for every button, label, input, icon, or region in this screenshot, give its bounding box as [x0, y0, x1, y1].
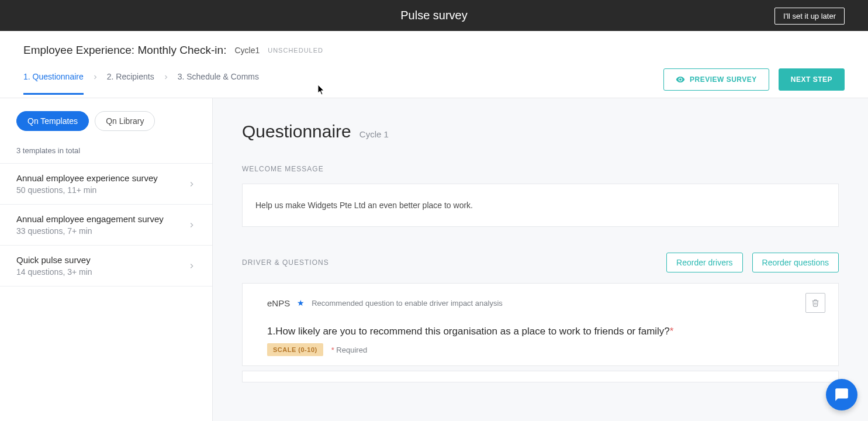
scale-badge: SCALE (0-10)	[267, 343, 323, 356]
welcome-label: WELCOME MESSAGE	[242, 165, 839, 173]
driver-name: eNPS	[267, 298, 290, 308]
cycle-indicator: Cycle 1	[359, 129, 389, 139]
tab-qn-library[interactable]: Qn Library	[95, 111, 155, 131]
chevron-right-icon	[162, 74, 170, 92]
question-card-head: eNPS ★ Recommended question to enable dr…	[267, 293, 825, 313]
main-panel: Questionnaire Cycle 1 WELCOME MESSAGE He…	[213, 98, 868, 421]
step-questionnaire[interactable]: 1. Questionnaire	[23, 72, 84, 95]
chevron-right-icon	[188, 221, 196, 229]
question-card-collapsed[interactable]	[242, 371, 839, 382]
star-icon: ★	[297, 298, 305, 308]
eye-icon	[676, 75, 685, 84]
action-buttons: PREVIEW SURVEY NEXT STEP	[663, 68, 845, 98]
subheader: Employee Experience: Monthly Check-in: C…	[0, 31, 868, 98]
template-meta: 14 questions, 3+ min	[16, 267, 92, 277]
template-meta: 50 questions, 11+ min	[16, 185, 158, 195]
template-item[interactable]: Annual employee experience survey 50 que…	[0, 163, 212, 204]
driver-questions-header: DRIVER & QUESTIONS Reorder drivers Reord…	[242, 253, 839, 272]
setup-later-button[interactable]: I'll set it up later	[774, 8, 845, 25]
dq-buttons: Reorder drivers Reorder questions	[666, 253, 839, 272]
template-meta: 33 questions, 7+ min	[16, 226, 164, 236]
template-item[interactable]: Quick pulse survey 14 questions, 3+ min	[0, 245, 212, 287]
content-wrap: Qn Templates Qn Library 3 templates in t…	[0, 98, 868, 421]
driver-row: eNPS ★ Recommended question to enable dr…	[267, 298, 503, 308]
survey-title: Employee Experience: Monthly Check-in:	[23, 44, 226, 57]
dq-label: DRIVER & QUESTIONS	[242, 258, 329, 267]
chevron-right-icon	[92, 74, 99, 92]
survey-title-row: Employee Experience: Monthly Check-in: C…	[23, 44, 845, 57]
chat-icon	[834, 387, 849, 402]
cycle-label: Cycle1	[234, 46, 260, 55]
delete-question-button[interactable]	[805, 293, 825, 313]
sidebar-tabs: Qn Templates Qn Library	[0, 98, 212, 142]
chevron-right-icon	[188, 262, 196, 270]
welcome-message-box[interactable]: Help us make Widgets Pte Ltd an even bet…	[242, 184, 839, 227]
chat-fab[interactable]	[826, 379, 857, 410]
sidebar: Qn Templates Qn Library 3 templates in t…	[0, 98, 213, 421]
page-title: Questionnaire	[242, 122, 351, 142]
question-body: 1.How likely are you to recommend this o…	[267, 326, 670, 337]
template-name: Quick pulse survey	[16, 255, 92, 265]
template-name: Annual employee experience survey	[16, 173, 158, 183]
question-card[interactable]: eNPS ★ Recommended question to enable dr…	[242, 283, 839, 366]
main-title-row: Questionnaire Cycle 1	[242, 122, 839, 142]
step-recipients[interactable]: 2. Recipients	[107, 72, 154, 95]
templates-count: 3 templates in total	[0, 142, 212, 163]
step-schedule-comms[interactable]: 3. Schedule & Comms	[178, 72, 259, 95]
preview-survey-button[interactable]: PREVIEW SURVEY	[663, 68, 769, 91]
wizard-steps: 1. Questionnaire 2. Recipients 3. Schedu…	[23, 72, 259, 95]
reorder-questions-button[interactable]: Reorder questions	[752, 253, 839, 272]
next-step-label: NEXT STEP	[791, 75, 832, 84]
status-badge: UNSCHEDULED	[268, 47, 323, 54]
tab-qn-templates[interactable]: Qn Templates	[16, 111, 89, 131]
preview-survey-label: PREVIEW SURVEY	[690, 75, 757, 84]
steps-row: 1. Questionnaire 2. Recipients 3. Schedu…	[23, 68, 845, 98]
template-item[interactable]: Annual employee engagement survey 33 que…	[0, 204, 212, 245]
app-title: Pulse survey	[400, 9, 468, 22]
reorder-drivers-button[interactable]: Reorder drivers	[666, 253, 742, 272]
trash-icon	[811, 299, 819, 307]
topbar: Pulse survey I'll set it up later	[0, 0, 868, 31]
recommended-text: Recommended question to enable driver im…	[312, 299, 503, 308]
required-asterisk: *	[670, 326, 674, 337]
required-label: * Required	[331, 346, 367, 354]
question-text: 1.How likely are you to recommend this o…	[267, 326, 825, 337]
question-meta-row: SCALE (0-10) * Required	[267, 343, 825, 356]
chevron-right-icon	[188, 180, 196, 188]
template-name: Annual employee engagement survey	[16, 214, 164, 224]
next-step-button[interactable]: NEXT STEP	[779, 68, 845, 91]
